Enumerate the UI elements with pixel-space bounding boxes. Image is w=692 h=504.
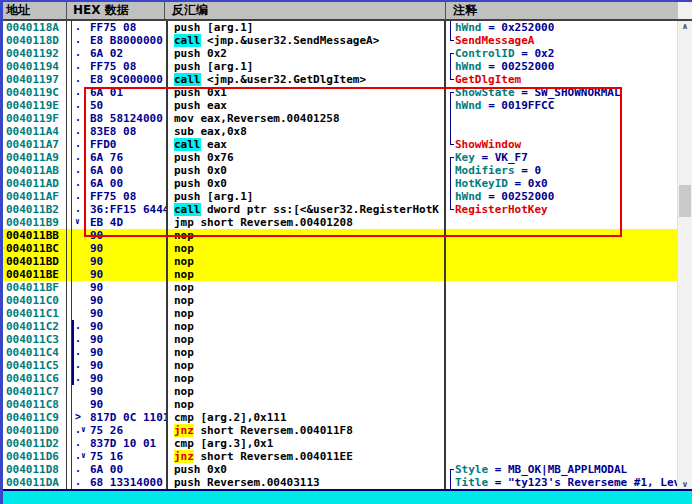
disasm-row[interactable]: 004011C090nop <box>3 294 678 307</box>
disasm-row[interactable]: 004011D0.∨75 26jnz short Reversem.004011… <box>3 424 678 437</box>
opcode-mnemonic: call <box>174 138 201 151</box>
disassembly-cell: nop <box>170 385 444 398</box>
prefix-cell <box>72 281 90 294</box>
opcode-mnemonic: push <box>174 190 201 203</box>
arg-bracket <box>448 112 455 125</box>
arg-bracket-spacer <box>448 320 455 333</box>
api-name-label: GetDlgItem <box>455 73 521 86</box>
analysis-dot-icon: . <box>75 320 81 331</box>
disassembly-cell: jnz short Reversem.004011EE <box>170 450 444 463</box>
comment-cell <box>448 307 678 320</box>
disasm-row[interactable]: 004011C4.90nop <box>3 346 678 359</box>
prefix-cell: . <box>72 99 90 112</box>
comment-cell <box>448 411 678 424</box>
arg-bracket-spacer <box>448 333 455 346</box>
hex-bytes-cell: 90 <box>90 320 166 333</box>
comment-cell <box>448 385 678 398</box>
disassembly-cell: call eax <box>170 138 444 151</box>
disassembly-cell: jmp short Reversem.00401208 <box>170 216 444 229</box>
scrollbar-thumb[interactable] <box>679 185 691 217</box>
address-cell: 004011C6 <box>3 372 66 385</box>
column-header-disassembly[interactable]: 反汇编 <box>168 2 445 19</box>
comment-cell <box>448 359 678 372</box>
disasm-row[interactable]: 004011C6.90nop <box>3 372 678 385</box>
disasm-row[interactable]: 0040119E.50push eaxhWnd = 0019FFCC <box>3 99 678 112</box>
prefix-cell: . <box>72 164 90 177</box>
opcode-mnemonic: nop <box>174 385 194 398</box>
disasm-row[interactable]: 004011BC90nop <box>3 242 678 255</box>
disasm-row[interactable]: 00401192.6A 02push 0x2ControlID = 0x2 <box>3 47 678 60</box>
disasm-row[interactable]: 0040119F.B8 58124000mov eax,Reversem.004… <box>3 112 678 125</box>
disasm-row[interactable]: 004011D2.837D 10 01cmp [arg.3],0x1 <box>3 437 678 450</box>
arg-bracket-spacer <box>448 385 455 398</box>
comment-cell <box>448 255 678 268</box>
scroll-up-icon[interactable]: ∧ <box>678 21 692 33</box>
analysis-dot-icon: . <box>75 190 81 201</box>
disasm-row[interactable]: 00401194.FF75 08push [arg.1]hWnd = 00252… <box>3 60 678 73</box>
column-header-address[interactable]: 地址 <box>3 2 66 19</box>
comment-cell: HotKeyID = 0x0 <box>448 177 678 190</box>
disasm-row[interactable]: 004011C5.90nop <box>3 359 678 372</box>
disasm-row[interactable]: 004011BF90nop <box>3 281 678 294</box>
disassembly-cell: call <jmp.&user32.GetDlgItem> <box>170 73 444 86</box>
address-cell: 00401192 <box>3 47 66 60</box>
disassembly-cell: push 0x2 <box>170 47 444 60</box>
api-name-label: ShowWindow <box>455 138 521 151</box>
arg-name-label: Style <box>455 463 495 476</box>
disasm-row[interactable]: 004011BB90nop <box>3 229 678 242</box>
disasm-row[interactable]: 0040119C.6A 01push 0x1ShowState = SW_SHO… <box>3 86 678 99</box>
disasm-row[interactable]: 004011C790nop <box>3 385 678 398</box>
disasm-row[interactable]: 0040118A.FF75 08push [arg.1]hWnd = 0x252… <box>3 21 678 34</box>
address-cell: 004011BD <box>3 255 66 268</box>
disasm-row[interactable]: 00401197.E8 9C000000call <jmp.&user32.Ge… <box>3 73 678 86</box>
vertical-scrollbar[interactable]: ∧ ∨ <box>677 21 692 491</box>
disasm-row[interactable]: 004011DA.68 13314000push Reversem.004031… <box>3 476 678 489</box>
disasm-row[interactable]: 004011C890nop <box>3 398 678 411</box>
comment-cell: ShowWindow <box>448 138 678 151</box>
opcode-mnemonic: push <box>174 476 201 489</box>
disasm-row[interactable]: 004011C2.90nop <box>3 320 678 333</box>
arg-bracket <box>448 138 455 151</box>
disassembly-cell: nop <box>170 242 444 255</box>
api-name-label: RegisterHotKey <box>455 203 548 216</box>
disasm-row[interactable]: 004011D8.6A 00push 0x0Style = MB_OK|MB_A… <box>3 463 678 476</box>
disasm-row[interactable]: 004011A7.FFD0call eaxShowWindow <box>3 138 678 151</box>
comment-cell: ControlID = 0x2 <box>448 47 678 60</box>
arg-value-label: = 0x252000 <box>488 21 554 34</box>
comment-cell: hWnd = 0x252000 <box>448 21 678 34</box>
address-cell: 004011BF <box>3 281 66 294</box>
disasm-row[interactable]: 004011BE90nop <box>3 268 678 281</box>
address-cell: 004011C4 <box>3 346 66 359</box>
arg-bracket-spacer <box>448 242 455 255</box>
arg-bracket <box>448 99 455 112</box>
address-cell: 0040119F <box>3 112 66 125</box>
disasm-row[interactable]: 004011B9∨EB 4Djmp short Reversem.0040120… <box>3 216 678 229</box>
address-cell: 0040118D <box>3 34 66 47</box>
opcode-mnemonic: nop <box>174 372 194 385</box>
disasm-row[interactable]: 004011AD.6A 00push 0x0HotKeyID = 0x0 <box>3 177 678 190</box>
disasm-row[interactable]: 004011AF.FF75 08push [arg.1]hWnd = 00252… <box>3 190 678 203</box>
column-header-hexdata[interactable]: HEX 数据 <box>70 2 164 19</box>
prefix-cell: . <box>72 112 90 125</box>
address-cell: 004011C0 <box>3 294 66 307</box>
disasm-row[interactable]: 004011A4.83E8 08sub eax,0x8 <box>3 125 678 138</box>
disasm-row[interactable]: 004011B2.36:FF15 6444call dword ptr ss:[… <box>3 203 678 216</box>
disasm-row[interactable]: 004011A9.6A 76push 0x76Key = VK_F7 <box>3 151 678 164</box>
api-name-label: SendMessageA <box>455 34 534 47</box>
opcode-operands: <jmp.&user32.GetDlgItem> <box>201 73 367 86</box>
disasm-row[interactable]: 004011C3.90nop <box>3 333 678 346</box>
disasm-row[interactable]: 004011AB.6A 00push 0x0Modifiers = 0 <box>3 164 678 177</box>
arg-value-label: = 0 <box>521 164 541 177</box>
column-header-comment[interactable]: 注释 <box>449 2 678 19</box>
disasm-row[interactable]: 004011D6.∨75 16jnz short Reversem.004011… <box>3 450 678 463</box>
hex-bytes-cell: 90 <box>90 372 166 385</box>
disasm-row[interactable]: 004011C190nop <box>3 307 678 320</box>
arg-value-label: = 0x2 <box>521 47 554 60</box>
opcode-mnemonic: push <box>174 164 201 177</box>
hex-bytes-cell: B8 58124000 <box>90 112 166 125</box>
disasm-row[interactable]: 004011BD90nop <box>3 255 678 268</box>
disasm-row[interactable]: 0040118D.E8 B8000000call <jmp.&user32.Se… <box>3 34 678 47</box>
arg-name-label: ShowState <box>455 86 521 99</box>
disasm-row[interactable]: 004011C9>817D 0C 1101cmp [arg.2],0x111 <box>3 411 678 424</box>
opcode-mnemonic: call <box>174 203 201 216</box>
